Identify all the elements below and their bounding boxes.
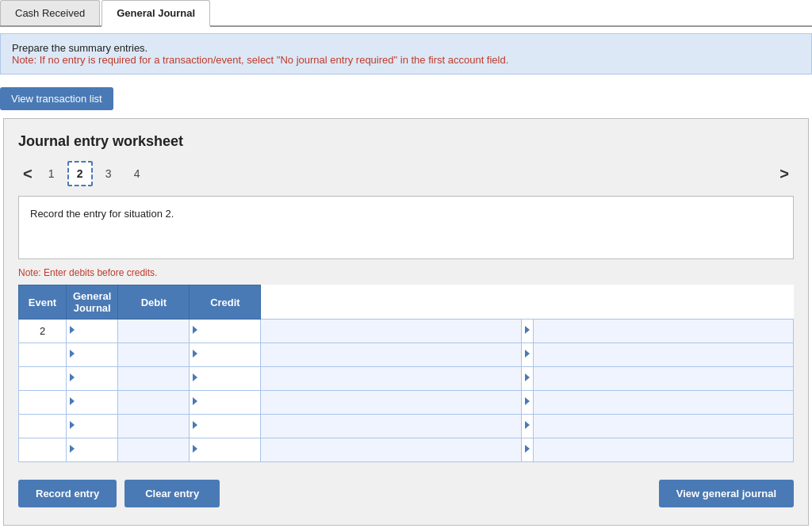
credit-input[interactable] — [534, 391, 793, 414]
credit-cell[interactable] — [533, 438, 793, 462]
table-row: 2 — [19, 320, 794, 343]
credit-input[interactable] — [534, 438, 793, 461]
indicator-left — [67, 343, 118, 367]
table-row — [19, 415, 794, 438]
indicator-credit — [521, 438, 533, 462]
col-event: Event — [19, 285, 67, 320]
journal-cell[interactable] — [118, 415, 190, 438]
info-banner: Prepare the summary entries. Note: If no… — [0, 33, 812, 75]
indicator-debit — [190, 343, 261, 367]
debit-input[interactable] — [261, 391, 520, 414]
table-row — [19, 367, 794, 391]
indicator-credit — [521, 367, 533, 391]
journal-cell[interactable] — [118, 438, 190, 462]
event-cell — [19, 343, 67, 367]
banner-line1: Prepare the summary entries. — [12, 42, 800, 54]
credit-cell[interactable] — [533, 367, 793, 391]
debit-input[interactable] — [261, 320, 520, 343]
debit-cell[interactable] — [261, 320, 521, 343]
journal-input[interactable] — [118, 320, 189, 343]
credit-input[interactable] — [534, 367, 793, 390]
indicator-left — [67, 438, 118, 462]
step-navigation: < 1 2 3 4 > — [18, 161, 794, 186]
journal-table: Event General Journal Debit Credit 2 — [18, 285, 794, 462]
tabs-bar: Cash Received General Journal — [0, 0, 812, 27]
indicator-debit — [190, 438, 261, 462]
step-1[interactable]: 1 — [39, 161, 64, 186]
event-cell — [19, 438, 67, 462]
journal-input[interactable] — [118, 367, 189, 390]
event-cell — [19, 367, 67, 391]
credit-input[interactable] — [534, 343, 793, 366]
debit-cell[interactable] — [261, 391, 521, 415]
indicator-debit — [190, 415, 261, 438]
journal-input[interactable] — [118, 343, 189, 366]
indicator-credit — [521, 343, 533, 367]
journal-cell[interactable] — [118, 343, 190, 367]
indicator-credit — [521, 391, 533, 415]
next-step-button[interactable]: > — [775, 165, 794, 183]
journal-cell[interactable] — [118, 320, 190, 343]
event-cell: 2 — [19, 320, 67, 343]
col-general-journal: General Journal — [67, 285, 118, 320]
credit-cell[interactable] — [533, 343, 793, 367]
indicator-left — [67, 391, 118, 415]
debit-cell[interactable] — [261, 367, 521, 391]
step-3[interactable]: 3 — [96, 161, 121, 186]
journal-input[interactable] — [118, 391, 189, 414]
debit-cell[interactable] — [261, 343, 521, 367]
debit-input[interactable] — [261, 415, 520, 438]
credit-cell[interactable] — [533, 320, 793, 343]
table-row — [19, 391, 794, 415]
journal-cell[interactable] — [118, 391, 190, 415]
clear-entry-button[interactable]: Clear entry — [124, 480, 220, 507]
indicator-left — [67, 367, 118, 391]
debit-input[interactable] — [261, 438, 520, 461]
view-transaction-button[interactable]: View transaction list — [0, 87, 113, 110]
table-row — [19, 343, 794, 367]
event-cell — [19, 391, 67, 415]
indicator-credit — [521, 320, 533, 343]
credit-input[interactable] — [534, 320, 793, 343]
tab-general-journal[interactable]: General Journal — [102, 0, 210, 27]
debit-input[interactable] — [261, 367, 520, 390]
journal-input[interactable] — [118, 438, 189, 461]
debit-input[interactable] — [261, 343, 520, 366]
banner-line2: Note: If no entry is required for a tran… — [12, 54, 800, 66]
step-4[interactable]: 4 — [124, 161, 150, 186]
worksheet-container: Journal entry worksheet < 1 2 3 4 > Reco… — [3, 118, 809, 526]
indicator-left — [67, 415, 118, 438]
credit-cell[interactable] — [533, 391, 793, 415]
instruction-box: Record the entry for situation 2. — [18, 196, 794, 259]
journal-cell[interactable] — [118, 367, 190, 391]
debit-note: Note: Enter debits before credits. — [18, 267, 794, 278]
step-2[interactable]: 2 — [67, 161, 93, 186]
view-general-journal-button[interactable]: View general journal — [659, 480, 794, 507]
instruction-text: Record the entry for situation 2. — [30, 208, 174, 220]
worksheet-title: Journal entry worksheet — [18, 133, 794, 150]
debit-cell[interactable] — [261, 415, 521, 438]
bottom-buttons: Record entry Clear entry View general jo… — [18, 473, 794, 511]
indicator-debit — [190, 367, 261, 391]
indicator-credit — [521, 415, 533, 438]
col-credit: Credit — [190, 285, 261, 320]
tab-cash-received[interactable]: Cash Received — [0, 0, 100, 25]
indicator-debit — [190, 320, 261, 343]
col-debit: Debit — [118, 285, 190, 320]
event-cell — [19, 415, 67, 438]
debit-cell[interactable] — [261, 438, 521, 462]
prev-step-button[interactable]: < — [18, 165, 37, 183]
indicator-debit — [190, 391, 261, 415]
credit-input[interactable] — [534, 415, 793, 438]
journal-input[interactable] — [118, 415, 189, 438]
credit-cell[interactable] — [533, 415, 793, 438]
record-entry-button[interactable]: Record entry — [18, 480, 117, 507]
indicator-left — [67, 320, 118, 343]
table-row — [19, 438, 794, 462]
